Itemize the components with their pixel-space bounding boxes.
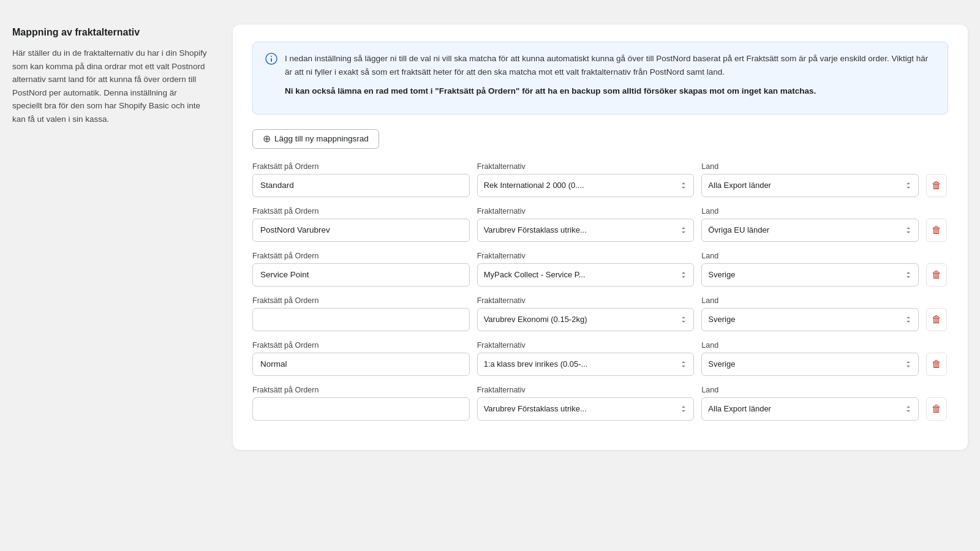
page-wrapper: Mappning av fraktalternativ Här ställer … xyxy=(12,24,968,450)
svg-rect-1 xyxy=(271,58,272,62)
land-label-1: Land xyxy=(701,162,919,171)
land-select-5[interactable]: Alla Export länder Övriga EU länder Sver… xyxy=(701,353,919,376)
delete-button-3[interactable]: 🗑 xyxy=(926,263,947,287)
table-row: Fraktsätt på Ordern Fraktalternativ Rek … xyxy=(252,341,948,376)
info-box: I nedan inställning så lägger ni till de… xyxy=(252,42,948,114)
frakt-field-group-2: Fraktsätt på Ordern xyxy=(252,207,470,242)
land-label-5: Land xyxy=(701,341,919,350)
frakt-label-3: Fraktsätt på Ordern xyxy=(252,252,470,260)
alt-field-group-5: Fraktalternativ Rek International 2 000 … xyxy=(477,341,695,376)
info-icon xyxy=(265,53,277,65)
alt-label-6: Fraktalternativ xyxy=(477,386,695,394)
alt-field-group-6: Fraktalternativ Rek International 2 000 … xyxy=(477,386,695,421)
land-select-3[interactable]: Alla Export länder Övriga EU länder Sver… xyxy=(701,263,919,287)
land-label-4: Land xyxy=(701,296,919,305)
delete-button-6[interactable]: 🗑 xyxy=(926,397,947,421)
land-select-4[interactable]: Alla Export länder Övriga EU länder Sver… xyxy=(701,308,919,331)
land-label-2: Land xyxy=(701,207,919,216)
table-row: Fraktsätt på Ordern Fraktalternativ Rek … xyxy=(252,162,948,197)
land-select-6[interactable]: Alla Export länder Övriga EU länder Sver… xyxy=(701,397,919,421)
trash-icon-1: 🗑 xyxy=(932,180,941,191)
frakt-field-group-3: Fraktsätt på Ordern xyxy=(252,252,470,287)
left-panel: Mappning av fraktalternativ Här ställer … xyxy=(12,24,208,126)
delete-button-5[interactable]: 🗑 xyxy=(926,353,947,376)
alt-label-3: Fraktalternativ xyxy=(477,252,695,260)
alt-field-group-3: Fraktalternativ Rek International 2 000 … xyxy=(477,252,695,287)
land-field-group-2: Land Alla Export länder Övriga EU länder… xyxy=(701,207,919,242)
land-label-6: Land xyxy=(701,386,919,394)
frakt-field-group-5: Fraktsätt på Ordern xyxy=(252,341,470,376)
alt-label-1: Fraktalternativ xyxy=(477,162,695,171)
info-main-text: I nedan inställning så lägger ni till de… xyxy=(285,52,935,78)
alt-field-group-1: Fraktalternativ Rek International 2 000 … xyxy=(477,162,695,197)
trash-icon-2: 🗑 xyxy=(932,225,941,236)
alt-field-group-2: Fraktalternativ Rek International 2 000 … xyxy=(477,207,695,242)
frakt-label-4: Fraktsätt på Ordern xyxy=(252,296,470,305)
info-text: I nedan inställning så lägger ni till de… xyxy=(285,52,935,104)
add-mapping-button[interactable]: ⊕ Lägg till ny mappningsrad xyxy=(252,129,379,149)
trash-icon-3: 🗑 xyxy=(932,269,941,280)
table-row: Fraktsätt på Ordern Fraktalternativ Rek … xyxy=(252,296,948,331)
table-row: Fraktsätt på Ordern Fraktalternativ Rek … xyxy=(252,252,948,287)
frakt-label-6: Fraktsätt på Ordern xyxy=(252,386,470,394)
delete-button-2[interactable]: 🗑 xyxy=(926,219,947,242)
trash-icon-5: 🗑 xyxy=(932,359,941,370)
delete-button-4[interactable]: 🗑 xyxy=(926,308,947,331)
alt-select-3[interactable]: Rek International 2 000 (0.... Varubrev … xyxy=(477,263,695,287)
land-label-3: Land xyxy=(701,252,919,260)
land-select-1[interactable]: Alla Export länder Övriga EU länder Sver… xyxy=(701,174,919,197)
trash-icon-6: 🗑 xyxy=(932,403,941,414)
frakt-input-2[interactable] xyxy=(252,219,470,242)
frakt-input-6[interactable] xyxy=(252,397,470,421)
frakt-field-group-4: Fraktsätt på Ordern xyxy=(252,296,470,331)
land-select-2[interactable]: Alla Export länder Övriga EU länder Sver… xyxy=(701,219,919,242)
frakt-field-group-1: Fraktsätt på Ordern xyxy=(252,162,470,197)
alt-label-4: Fraktalternativ xyxy=(477,296,695,305)
frakt-label-2: Fraktsätt på Ordern xyxy=(252,207,470,216)
right-panel: I nedan inställning så lägger ni till de… xyxy=(233,24,968,450)
frakt-label-5: Fraktsätt på Ordern xyxy=(252,341,470,350)
frakt-input-4[interactable] xyxy=(252,308,470,331)
alt-select-5[interactable]: Rek International 2 000 (0.... Varubrev … xyxy=(477,353,695,376)
page-title: Mappning av fraktalternativ xyxy=(12,27,208,38)
frakt-label-1: Fraktsätt på Ordern xyxy=(252,162,470,171)
delete-button-1[interactable]: 🗑 xyxy=(926,174,947,197)
alt-select-2[interactable]: Rek International 2 000 (0.... Varubrev … xyxy=(477,219,695,242)
frakt-input-5[interactable] xyxy=(252,353,470,376)
add-button-label: Lägg till ny mappningsrad xyxy=(274,134,369,143)
frakt-input-1[interactable] xyxy=(252,174,470,197)
page-description: Här ställer du in de fraktalternativ du … xyxy=(12,47,208,126)
land-field-group-4: Land Alla Export länder Övriga EU länder… xyxy=(701,296,919,331)
alt-select-4[interactable]: Rek International 2 000 (0.... Varubrev … xyxy=(477,308,695,331)
alt-label-2: Fraktalternativ xyxy=(477,207,695,216)
info-bold-note: Ni kan också lämna en rad med tomt i "Fr… xyxy=(285,84,935,98)
alt-field-group-4: Fraktalternativ Rek International 2 000 … xyxy=(477,296,695,331)
table-row: Fraktsätt på Ordern Fraktalternativ Rek … xyxy=(252,207,948,242)
alt-select-1[interactable]: Rek International 2 000 (0.... Varubrev … xyxy=(477,174,695,197)
plus-icon: ⊕ xyxy=(263,134,271,144)
trash-icon-4: 🗑 xyxy=(932,314,941,325)
alt-select-6[interactable]: Rek International 2 000 (0.... Varubrev … xyxy=(477,397,695,421)
mapping-rows: Fraktsätt på Ordern Fraktalternativ Rek … xyxy=(252,162,948,430)
land-field-group-6: Land Alla Export länder Övriga EU länder… xyxy=(701,386,919,421)
land-field-group-5: Land Alla Export länder Övriga EU länder… xyxy=(701,341,919,376)
svg-rect-2 xyxy=(271,56,272,57)
land-field-group-1: Land Alla Export länder Övriga EU länder… xyxy=(701,162,919,197)
frakt-input-3[interactable] xyxy=(252,263,470,287)
frakt-field-group-6: Fraktsätt på Ordern xyxy=(252,386,470,421)
land-field-group-3: Land Alla Export länder Övriga EU länder… xyxy=(701,252,919,287)
alt-label-5: Fraktalternativ xyxy=(477,341,695,350)
table-row: Fraktsätt på Ordern Fraktalternativ Rek … xyxy=(252,386,948,421)
